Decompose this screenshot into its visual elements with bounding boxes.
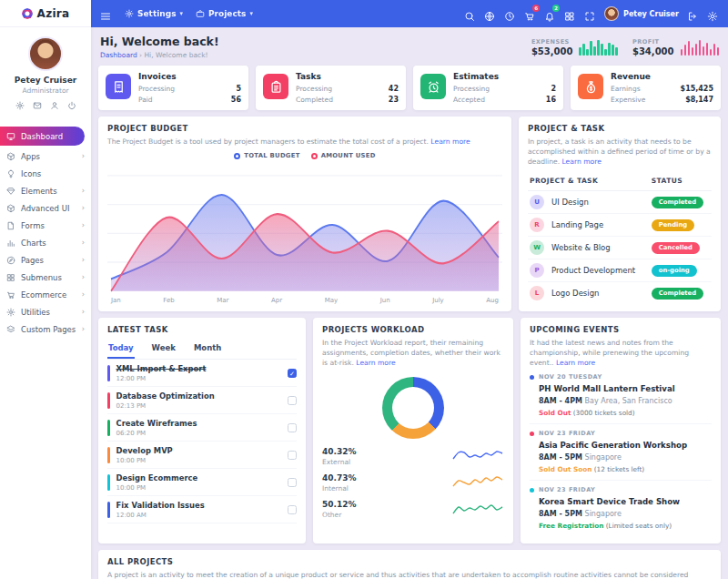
power-icon[interactable] bbox=[67, 101, 76, 110]
event-name: Asia Pacific Generation Workshop bbox=[539, 441, 712, 450]
table-row[interactable]: PProduct Developmenton-going bbox=[528, 259, 712, 282]
nav-settings-menu[interactable]: Settings ▾ bbox=[125, 9, 183, 18]
learn-more-link[interactable]: Learn more bbox=[562, 157, 602, 166]
learn-more-link[interactable]: Learn more bbox=[430, 137, 470, 146]
sidebar: Azira Petey Cruiser Administrator Dashbo… bbox=[0, 0, 91, 579]
mail-icon[interactable] bbox=[33, 101, 42, 110]
sidebar-item-utilities[interactable]: Utilities› bbox=[0, 303, 91, 320]
task-checkbox[interactable]: ✓ bbox=[288, 369, 297, 378]
stat-row-label: Accepted bbox=[453, 96, 485, 104]
task-checkbox[interactable] bbox=[288, 396, 297, 405]
stat-title: Tasks bbox=[296, 72, 399, 81]
user-icon[interactable] bbox=[50, 101, 59, 110]
workload-label: Internal bbox=[322, 484, 357, 493]
breadcrumb-home[interactable]: Dashboard bbox=[100, 51, 137, 59]
gear-icon bbox=[6, 308, 15, 317]
task-color-bar bbox=[107, 474, 110, 491]
legend-item[interactable]: TOTAL BUDGET bbox=[234, 152, 299, 159]
legend-label: AMOUNT USED bbox=[321, 152, 376, 159]
event-item[interactable]: NOV 23 FRIDAYKorea Smart Device Trade Sh… bbox=[530, 481, 712, 536]
task-checkbox[interactable] bbox=[288, 478, 297, 487]
history-icon[interactable] bbox=[504, 8, 516, 20]
sidebar-item-pages[interactable]: Pages› bbox=[0, 251, 91, 269]
nav-projects-menu[interactable]: Projects ▾ bbox=[196, 9, 253, 18]
tab-today[interactable]: Today bbox=[107, 340, 135, 359]
legend-item[interactable]: AMOUNT USED bbox=[311, 152, 376, 159]
task-item[interactable]: Develop MVP10:00 PM bbox=[107, 442, 297, 469]
search-icon[interactable] bbox=[464, 8, 476, 20]
workload-percent: 50.12% bbox=[322, 500, 357, 509]
event-item[interactable]: NOV 20 TUESDAYPH World Mall Lantern Fest… bbox=[530, 368, 712, 424]
brand[interactable]: Azira bbox=[0, 0, 91, 27]
tab-week[interactable]: Week bbox=[151, 340, 177, 359]
sidebar-item-label: Advanced UI bbox=[21, 204, 69, 213]
task-item[interactable]: Design Ecommerce10:00 PM bbox=[107, 469, 297, 496]
stat-card-invoices[interactable]: InvoicesProcessing5Paid56 bbox=[98, 66, 248, 110]
task-time: 12:00 PM bbox=[116, 375, 207, 382]
task-item[interactable]: XML Import & Export12:00 PM✓ bbox=[107, 360, 297, 387]
chevron-right-icon: › bbox=[82, 273, 85, 281]
task-item[interactable]: Create Wireframes06:20 PM bbox=[107, 414, 297, 442]
settings-gear-icon[interactable] bbox=[707, 8, 719, 20]
table-row[interactable]: WWebsite & BlogCancelled bbox=[528, 237, 712, 259]
task-list: XML Import & Export12:00 PM✓Database Opt… bbox=[107, 360, 297, 523]
x-axis-tick: Apr bbox=[271, 297, 282, 304]
stat-title: Estimates bbox=[453, 72, 556, 81]
nav-settings-label: Settings bbox=[137, 9, 176, 18]
sidebar-item-forms[interactable]: Forms› bbox=[0, 217, 91, 234]
sidebar-item-custom-pages[interactable]: Custom Pages› bbox=[0, 320, 91, 338]
sidebar-item-icons[interactable]: Icons bbox=[0, 165, 91, 182]
column-header: STATUS bbox=[650, 172, 712, 191]
stat-card-revenue[interactable]: RevenueEarnings$15,425Expensive$8,147 bbox=[571, 66, 721, 110]
avatar: W bbox=[530, 240, 544, 255]
learn-more-link[interactable]: Learn more bbox=[556, 359, 595, 367]
avatar[interactable] bbox=[28, 36, 63, 71]
project-budget-title: PROJECT BUDGET bbox=[107, 124, 502, 133]
learn-more-link[interactable]: Learn more bbox=[356, 359, 395, 367]
sidebar-item-submenus[interactable]: Submenus› bbox=[0, 269, 91, 286]
stat-card-estimates[interactable]: EstimatesProcessing2Accepted16 bbox=[413, 66, 563, 110]
briefcase-icon bbox=[196, 9, 205, 18]
stat-row-label: Expensive bbox=[611, 96, 645, 104]
task-checkbox[interactable] bbox=[288, 451, 297, 460]
task-item[interactable]: Database Optimization02:13 PM bbox=[107, 387, 297, 414]
event-item[interactable]: NOV 23 FRIDAYAsia Pacific Generation Wor… bbox=[530, 424, 712, 481]
sidebar-item-charts[interactable]: Charts› bbox=[0, 234, 91, 251]
notifications-bell-icon[interactable]: 2 bbox=[544, 8, 556, 20]
logout-icon[interactable] bbox=[687, 8, 699, 20]
hamburger-menu-icon[interactable] bbox=[100, 8, 112, 20]
table-row[interactable]: UUI DesignCompleted bbox=[528, 191, 712, 214]
task-item[interactable]: Fix Validation Issues12:00 AM bbox=[107, 496, 297, 523]
sidebar-item-ecommerce[interactable]: Ecommerce› bbox=[0, 286, 91, 303]
event-tag: Sold Out bbox=[539, 409, 571, 417]
legend-dot bbox=[311, 153, 318, 159]
upcoming-events-description: It had the latest news and notes from th… bbox=[530, 339, 689, 367]
chevron-right-icon: › bbox=[82, 204, 85, 212]
sidebar-item-dashboard[interactable]: Dashboard bbox=[0, 127, 85, 146]
sidebar-item-label: Apps bbox=[21, 152, 40, 161]
fullscreen-icon[interactable] bbox=[584, 8, 596, 20]
apps-grid-icon[interactable] bbox=[564, 8, 576, 20]
event-place: Bay Area, San Francisco bbox=[585, 397, 672, 405]
task-checkbox[interactable] bbox=[288, 505, 297, 514]
bulb-icon bbox=[6, 169, 15, 178]
grid-icon bbox=[6, 273, 15, 282]
sidebar-item-elements[interactable]: Elements› bbox=[0, 182, 91, 199]
status-badge: on-going bbox=[652, 265, 697, 277]
project-name: UI Design bbox=[551, 198, 589, 207]
gear-icon[interactable] bbox=[15, 101, 25, 110]
user-menu[interactable]: Petey Cruiser bbox=[604, 6, 679, 21]
language-globe-icon[interactable] bbox=[484, 8, 496, 20]
gear-icon bbox=[125, 9, 134, 18]
table-row[interactable]: RLanding PagePending bbox=[528, 214, 712, 237]
sidebar-item-apps[interactable]: Apps› bbox=[0, 147, 91, 165]
profile-quick-actions bbox=[4, 101, 87, 110]
table-row[interactable]: LLogo DesignCompleted bbox=[528, 282, 712, 305]
stat-card-tasks[interactable]: TasksProcessing42Completed23 bbox=[256, 66, 406, 110]
event-dot bbox=[530, 488, 534, 493]
sidebar-item-advanced-ui[interactable]: Advanced UI› bbox=[0, 199, 91, 217]
x-axis-tick: July bbox=[432, 297, 444, 304]
tab-month[interactable]: Month bbox=[193, 340, 222, 359]
cart-icon[interactable]: 6 bbox=[524, 8, 536, 20]
task-checkbox[interactable] bbox=[288, 423, 297, 432]
